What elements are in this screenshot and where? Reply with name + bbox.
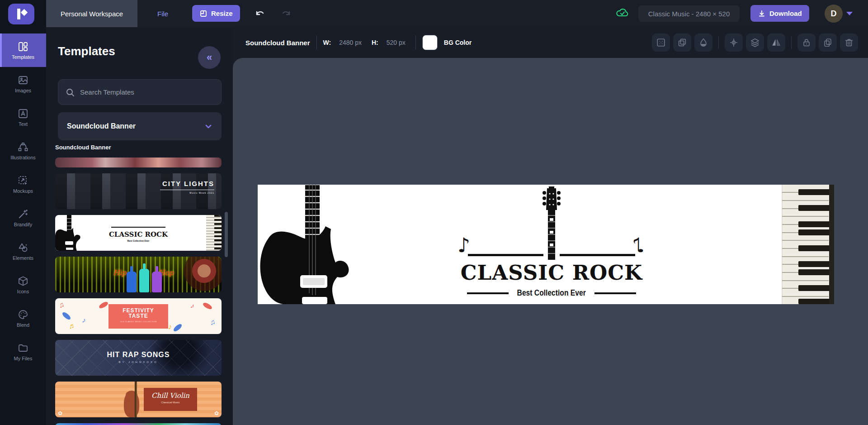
divider: [791, 36, 792, 49]
template-thumbnail-city-lights[interactable]: CITY LIGHTS Music Week 2021: [55, 173, 222, 209]
redo-icon: [281, 8, 292, 19]
banner-title-text[interactable]: CLASSIC ROCK: [439, 261, 665, 285]
panel-scrollbar[interactable]: [225, 212, 228, 257]
sidebar-item-text[interactable]: Text: [0, 100, 46, 134]
sidebar-item-elements[interactable]: Elements: [0, 234, 46, 268]
template-thumbnail-hip-hop[interactable]: Hip Hop: [55, 257, 222, 292]
sidebar-item-brandify[interactable]: Brandify: [0, 201, 46, 234]
blend-icon: [18, 309, 28, 320]
text-icon: [18, 108, 28, 119]
logo-diamond: [21, 9, 28, 16]
thumb-title: TASTE: [108, 313, 168, 319]
thumb-title: CITY LIGHTS: [162, 180, 214, 187]
template-search[interactable]: [58, 79, 222, 105]
thumb-title: CLASSIC ROCK: [109, 230, 168, 239]
leaf-doodle: [98, 301, 109, 310]
blur-button[interactable]: [694, 33, 712, 52]
document-title-field[interactable]: Classic Music - 2480 × 520: [638, 5, 740, 22]
download-icon: [758, 10, 766, 18]
images-icon: [18, 75, 28, 86]
template-thumbnail-classic-rock[interactable]: CLASSIC ROCK Best Collection Ever: [55, 215, 222, 251]
music-note-icon: ♪: [458, 235, 470, 255]
left-sidebar: Templates Images Text Illustrations Mock…: [0, 27, 46, 425]
download-button[interactable]: Download: [750, 5, 809, 22]
resize-button[interactable]: Resize: [192, 5, 240, 22]
electric-guitar-art[interactable]: [259, 185, 350, 304]
width-label: W:: [323, 39, 331, 46]
height-value[interactable]: 520 px: [387, 39, 406, 46]
folder-icon: [18, 343, 28, 353]
banner-subtitle-text[interactable]: Best Collection Ever: [517, 289, 586, 298]
redo-button[interactable]: [279, 7, 293, 20]
banner-center-art[interactable]: ♪ ♪ CLASSIC ROCK Best Collection Ever: [439, 185, 665, 304]
position-grid-button[interactable]: [652, 33, 670, 52]
bottle-art: [139, 269, 149, 292]
thumb-subtitle: Best Collection Ever: [127, 239, 150, 242]
thumb-subtitle: OLD CLASSIC MUSIC COLLECTION: [108, 320, 168, 323]
lock-button[interactable]: [797, 33, 816, 52]
subtitle-dash: [594, 292, 636, 294]
sidebar-item-illustrations[interactable]: Illustrations: [0, 134, 46, 167]
sidebar-item-label: My Files: [14, 356, 33, 361]
align-center-button[interactable]: [725, 33, 743, 52]
editor-main: Soundcloud Banner W: 2480 px H: 520 px B…: [233, 27, 868, 425]
bg-color-label: BG Color: [444, 39, 472, 46]
music-note-doodle: ♫: [57, 300, 65, 310]
top-bar: Personal Workspace File Resize Classic M…: [0, 0, 868, 27]
template-thumbnail-gradient-strip[interactable]: [55, 423, 222, 425]
bottle-art: [127, 272, 137, 292]
canvas-header-tools: [652, 33, 858, 52]
search-input[interactable]: [80, 88, 207, 96]
template-thumbnail-chill-violin[interactable]: Chill Violin Classical Music ✿ ✿: [55, 382, 222, 417]
overlap-button[interactable]: [673, 33, 691, 52]
piano-keys-art[interactable]: [780, 185, 834, 304]
bg-color-swatch[interactable]: [422, 35, 438, 50]
align-center-icon: [729, 38, 739, 48]
sidebar-item-mockups[interactable]: Mockups: [0, 167, 46, 201]
divider: [718, 36, 719, 49]
template-thumbnail-hit-rap-songs[interactable]: HIT RAP SONGS BY JOHNXOXO: [55, 340, 222, 376]
sidebar-item-icons[interactable]: Icons: [0, 268, 46, 301]
template-thumbnail-music-collage[interactable]: [55, 158, 222, 167]
chevron-double-left-icon: «: [207, 52, 212, 63]
search-icon: [66, 88, 75, 97]
collapse-panel-button[interactable]: «: [198, 46, 221, 69]
layers-button[interactable]: [746, 33, 764, 52]
undo-button[interactable]: [253, 7, 267, 20]
templates-panel: Templates « Soundcloud Banner Soundcloud…: [46, 27, 233, 425]
leaf-doodle: [172, 323, 183, 333]
templates-icon: [18, 41, 28, 52]
file-menu-label: File: [157, 10, 168, 18]
chevron-down-icon: [204, 122, 212, 130]
flip-button[interactable]: [767, 33, 785, 52]
canvas-viewport[interactable]: ♪ ♪ CLASSIC ROCK Best Collection Ever: [233, 58, 868, 425]
download-button-label: Download: [769, 10, 802, 17]
leaf-doodle: [61, 311, 71, 321]
width-value[interactable]: 2480 px: [339, 39, 362, 46]
file-menu[interactable]: File: [157, 0, 168, 27]
sidebar-item-images[interactable]: Images: [0, 67, 46, 100]
avatar[interactable]: D: [825, 5, 843, 23]
sidebar-item-templates[interactable]: Templates: [0, 33, 46, 67]
category-dropdown[interactable]: Soundcloud Banner: [58, 112, 222, 140]
guitar-doodle: ♪: [81, 316, 87, 325]
mini-guitar-art: [55, 215, 87, 251]
illustrations-icon: [18, 142, 28, 153]
thumb-subtitle: BY JOHNXOXO: [118, 361, 158, 363]
sidebar-item-my-files[interactable]: My Files: [0, 335, 46, 368]
thumb-subtitle: Music Week 2021: [160, 190, 214, 194]
music-note-doodle: ♪: [168, 323, 172, 331]
document-title-text: Classic Music - 2480 × 520: [648, 10, 730, 18]
thumb-title: Hip: [113, 268, 126, 277]
template-thumbnail-festivity-taste[interactable]: ♫ ♪ ♬ ♪ ♫ ♪ FESTIVITY TASTE OLD CLASSIC …: [55, 298, 222, 334]
app-logo[interactable]: [8, 4, 34, 24]
icons-icon: [18, 276, 28, 287]
sidebar-item-blend[interactable]: Blend: [0, 301, 46, 335]
design-canvas[interactable]: ♪ ♪ CLASSIC ROCK Best Collection Ever: [258, 185, 834, 304]
avatar-menu-chevron-down-icon[interactable]: [846, 12, 853, 15]
workspace-tab[interactable]: Personal Workspace: [46, 0, 137, 27]
divider: [316, 36, 317, 49]
duplicate-button[interactable]: [819, 33, 837, 52]
elements-icon: [18, 242, 28, 253]
delete-button[interactable]: [840, 33, 858, 52]
